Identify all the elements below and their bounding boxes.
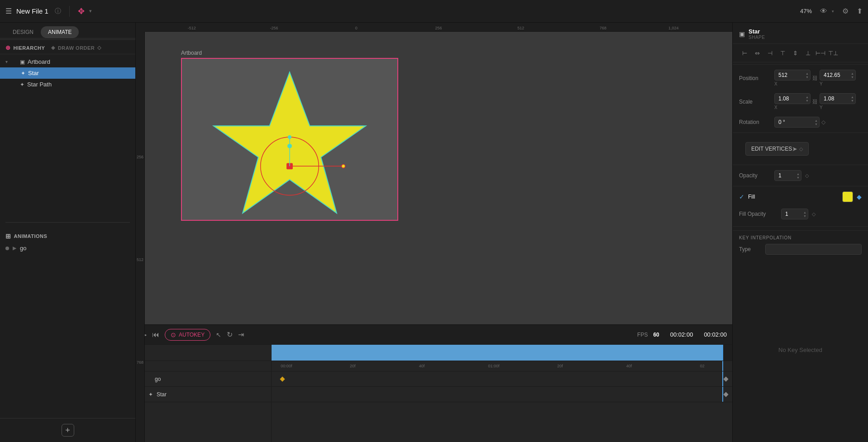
fps-label: FPS — [637, 332, 648, 338]
scale-x-input[interactable] — [774, 93, 811, 104]
star-icon: ✦ — [21, 70, 25, 76]
tree-item-star-path[interactable]: ✦ Star Path — [0, 79, 135, 90]
rp-position-row: Position ▲▼ X ⛓ ▲▼ Y — [733, 67, 868, 90]
hierarchy-label: HIERARCHY — [14, 45, 45, 51]
scale-y-input[interactable] — [820, 93, 856, 104]
scale-x-up[interactable]: ▲ — [806, 95, 809, 99]
track-row-go — [272, 371, 732, 387]
rp-fill-opacity-row: Fill Opacity ▲▼ ◇ — [733, 205, 868, 223]
move-tool-icon[interactable]: ✥ — [78, 6, 85, 16]
tab-animate[interactable]: ANIMATE — [41, 26, 79, 38]
distribute-h-button[interactable]: ⊢⊣ — [815, 48, 826, 58]
eye-dropdown[interactable]: ▾ — [832, 9, 834, 14]
ruler-tick-neg256: -256 — [270, 26, 278, 30]
end-button[interactable]: ⇥ — [238, 330, 244, 339]
align-right-button[interactable]: ⊣ — [764, 48, 775, 58]
anim-label-go: go — [20, 245, 26, 252]
key-star-end[interactable] — [723, 392, 728, 397]
fill-diamond-icon[interactable]: ◆ — [857, 193, 862, 200]
back-button[interactable]: ⏮ — [152, 331, 159, 339]
rot-dn[interactable]: ▼ — [815, 123, 818, 126]
fill-label: Fill — [748, 194, 839, 200]
track-label-star[interactable]: ▶ ✦ Star — [136, 387, 271, 402]
position-label: Position — [739, 75, 771, 81]
star-path-icon: ✦ — [20, 81, 24, 88]
key-go-end[interactable] — [723, 376, 728, 381]
ki-type-select[interactable] — [765, 244, 862, 255]
menu-icon[interactable]: ☰ — [5, 7, 12, 15]
align-left-button[interactable]: ⊢ — [739, 48, 750, 58]
eye-icon[interactable]: 👁 — [820, 7, 827, 15]
fo-up[interactable]: ▲ — [803, 211, 806, 214]
ev-arrow-icon: ➤ — [792, 145, 797, 152]
align-center-h-button[interactable]: ⇔ — [752, 48, 763, 58]
rp-rotation-row: Rotation ▲▼ ◇ — [733, 114, 868, 131]
position-y-input[interactable] — [820, 70, 856, 81]
align-center-v-button[interactable]: ⇕ — [790, 48, 801, 58]
autokey-button[interactable]: ⊙ AUTOKEY — [165, 329, 210, 341]
pos-x-label: X — [774, 81, 777, 86]
timeline-area: ▶ ⏮ ⊙ AUTOKEY ↖ ↻ ⇥ FPS 60 00:02:00 00:0… — [136, 324, 732, 442]
rotation-input[interactable] — [774, 117, 820, 128]
top-bar: ☰ New File 1 ⓘ ✥ ▾ 47% 👁 ▾ ⚙ ⬆ — [0, 0, 868, 23]
fo-dn[interactable]: ▼ — [803, 214, 806, 218]
opacity-up[interactable]: ▲ — [796, 172, 800, 176]
edit-vertices-label: EDIT VERTICES — [751, 146, 792, 152]
align-top-button[interactable]: ⊤ — [777, 48, 788, 58]
scale-y-up[interactable]: ▲ — [851, 95, 854, 99]
tool-dropdown-icon[interactable]: ▾ — [89, 8, 92, 14]
pos-x-up[interactable]: ▲ — [806, 72, 809, 75]
rp-header: ▣ Star SHAPE — [733, 23, 868, 44]
scale-x-dn[interactable]: ▼ — [806, 99, 809, 102]
fill-check-icon[interactable]: ✓ — [739, 193, 744, 200]
hierarchy-tree: ▾ ▣ Artboard ✦ Star ✦ Star Path — [0, 54, 135, 219]
pos-x-dn[interactable]: ▼ — [806, 76, 809, 79]
edit-vertices-button[interactable]: EDIT VERTICES ➤ ◇ — [745, 142, 809, 156]
align-bottom-button[interactable]: ⊥ — [802, 48, 813, 58]
opacity-dn[interactable]: ▼ — [796, 176, 800, 179]
add-btn-area: + — [0, 418, 135, 442]
svg-point-6 — [342, 164, 345, 168]
distribute-v-button[interactable]: ⊤⊥ — [828, 48, 839, 58]
pos-y-dn[interactable]: ▼ — [851, 76, 854, 79]
ki-type-label: Type — [739, 246, 762, 252]
timeline-scrubber-row — [136, 345, 732, 361]
rot-up[interactable]: ▲ — [815, 119, 818, 122]
draw-order-icon: ◈ — [51, 45, 55, 51]
scale-y-dn[interactable]: ▼ — [851, 99, 854, 102]
rp-fill-row: ✓ Fill ◆ — [733, 188, 868, 205]
tree-item-star[interactable]: ✦ Star — [0, 67, 135, 79]
share-icon[interactable]: ⬆ — [857, 7, 863, 15]
scrubber-bar[interactable] — [272, 345, 732, 361]
track-row-star — [272, 387, 732, 402]
edit-vertices-container: EDIT VERTICES ➤ ◇ — [739, 138, 862, 159]
star-track-name: Star — [157, 391, 167, 398]
position-x-input[interactable] — [774, 70, 811, 81]
tick-140f: 40f — [626, 364, 632, 368]
tick-40f: 40f — [419, 364, 425, 368]
fill-color-swatch[interactable] — [842, 191, 853, 202]
playhead-ticks — [722, 361, 723, 371]
tab-design[interactable]: DESIGN — [5, 26, 41, 38]
no-key-selected-area: No Key Selected — [733, 257, 868, 442]
opacity-diamond: ◇ — [805, 173, 809, 179]
cursor-tool-button[interactable]: ↖ — [216, 331, 221, 338]
settings-icon[interactable]: ⚙ — [842, 7, 849, 15]
add-animation-button[interactable]: + — [62, 424, 74, 437]
artboard[interactable] — [181, 58, 398, 221]
ruler-tick-512: 512 — [517, 26, 524, 30]
animations-icon: ⊞ — [5, 233, 11, 240]
ruler-tick-256: 256 — [435, 26, 442, 30]
anim-item-go[interactable]: ▶ go — [0, 242, 135, 254]
star-track-icon: ✦ — [148, 391, 153, 398]
track-label-go[interactable]: ● go — [136, 371, 271, 387]
key-go-start[interactable] — [280, 376, 285, 381]
pos-y-up[interactable]: ▲ — [851, 72, 854, 75]
animations-header: ⊞ ANIMATIONS — [0, 230, 135, 242]
artboard-canvas-label: Artboard — [181, 50, 398, 56]
rotation-diamond[interactable]: ◇ — [821, 119, 825, 125]
tree-item-artboard[interactable]: ▾ ▣ Artboard — [0, 56, 135, 67]
info-icon[interactable]: ⓘ — [55, 7, 61, 15]
artboard-container: Artboard — [181, 50, 398, 221]
loop-button[interactable]: ↻ — [227, 330, 233, 339]
